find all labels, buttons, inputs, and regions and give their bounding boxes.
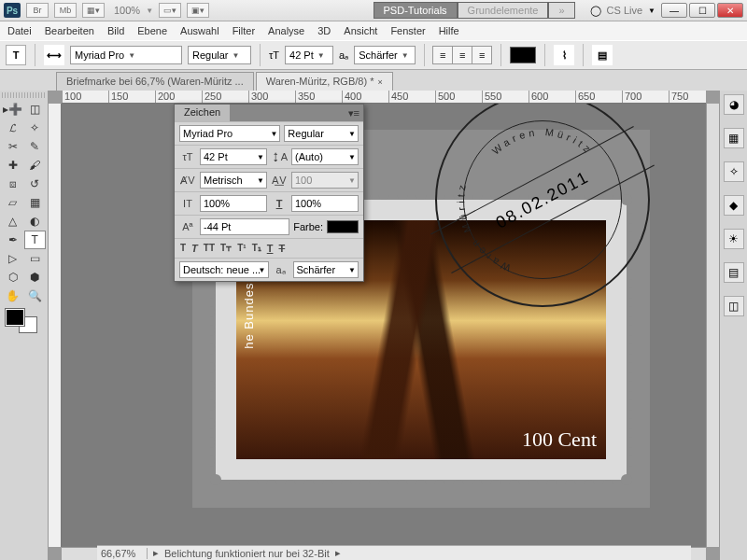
panel-size-field[interactable]: 42 Pt▼ bbox=[200, 148, 267, 165]
blur-tool[interactable]: △ bbox=[2, 212, 24, 231]
window-minimize-button[interactable]: — bbox=[661, 3, 687, 18]
ruler-vertical[interactable] bbox=[49, 104, 62, 547]
workspace-more-icon[interactable]: » bbox=[548, 2, 574, 19]
dodge-tool[interactable]: ◐ bbox=[24, 212, 47, 231]
cs-live-arrow-icon[interactable]: ▼ bbox=[648, 7, 655, 15]
titlebar-zoom[interactable]: 100% bbox=[114, 5, 140, 16]
path-select-tool[interactable]: ▷ bbox=[2, 249, 24, 268]
menu-fenster[interactable]: Fenster bbox=[390, 25, 425, 36]
dock-swatches-icon[interactable]: ▦ bbox=[724, 128, 744, 148]
toolbox-grip-icon[interactable] bbox=[2, 92, 46, 98]
minibridge-button[interactable]: Mb bbox=[54, 3, 77, 18]
panel-title[interactable]: Zeichen bbox=[175, 105, 230, 121]
panel-language-dropdown[interactable]: Deutsch: neue ...▼ bbox=[179, 261, 269, 278]
cs-live-label[interactable]: CS Live bbox=[607, 5, 643, 16]
history-brush-tool[interactable]: ↺ bbox=[24, 175, 47, 193]
type-tool[interactable]: T bbox=[24, 231, 47, 249]
allcaps-button[interactable]: TT bbox=[204, 243, 215, 254]
shape-tool[interactable]: ▭ bbox=[24, 249, 47, 268]
status-arrow2-icon[interactable]: ▸ bbox=[335, 547, 341, 559]
close-tab-icon[interactable]: × bbox=[377, 77, 382, 87]
warp-text-button[interactable]: ⌇ bbox=[554, 45, 574, 65]
strikethrough-button[interactable]: T bbox=[278, 243, 285, 254]
window-close-button[interactable]: ✕ bbox=[717, 3, 743, 18]
screen-mode-button[interactable]: ▣▾ bbox=[187, 3, 209, 18]
panel-menu-icon[interactable]: ▾≡ bbox=[348, 107, 359, 119]
align-right-button[interactable]: ≡ bbox=[472, 46, 492, 64]
font-weight-dropdown[interactable]: Regular▼ bbox=[188, 46, 251, 64]
panel-tab-bar[interactable]: Zeichen ▾≡ bbox=[175, 105, 363, 121]
layout-button[interactable]: ▦▾ bbox=[82, 3, 105, 18]
move-tool[interactable]: ▸➕ bbox=[2, 100, 24, 119]
dock-adjust-icon[interactable]: ☀ bbox=[724, 229, 744, 249]
healing-tool[interactable]: ✚ bbox=[2, 156, 24, 175]
underline-button[interactable]: T bbox=[267, 243, 274, 254]
lasso-tool[interactable]: 𝓛 bbox=[2, 119, 24, 137]
dock-paths-icon[interactable]: ◫ bbox=[724, 296, 744, 316]
eyedropper-tool[interactable]: ✎ bbox=[24, 137, 47, 156]
smallcaps-button[interactable]: Tᴛ bbox=[220, 243, 232, 254]
panel-color-swatch[interactable] bbox=[327, 220, 359, 233]
dock-channels-icon[interactable]: ▤ bbox=[724, 262, 744, 283]
ruler-horizontal[interactable]: 1001502002503003504004505005506006507007… bbox=[62, 91, 706, 104]
crop-tool[interactable]: ✂ bbox=[2, 137, 24, 156]
hand-tool[interactable]: ✋ bbox=[2, 287, 24, 305]
subscript-button[interactable]: T₁ bbox=[252, 243, 261, 254]
workspace-tab-active[interactable]: PSD-Tutorials bbox=[374, 2, 458, 19]
status-arrow-icon[interactable]: ▸ bbox=[153, 547, 159, 559]
color-swatches[interactable] bbox=[6, 309, 43, 337]
faux-italic-button[interactable]: T bbox=[191, 243, 198, 254]
eraser-tool[interactable]: ▱ bbox=[2, 193, 24, 212]
stamp-tool[interactable]: ⧇ bbox=[2, 175, 24, 193]
character-panel-button[interactable]: ▤ bbox=[592, 45, 613, 65]
3d-tool[interactable]: ⬡ bbox=[2, 268, 24, 287]
brush-tool[interactable]: 🖌 bbox=[24, 156, 47, 175]
gradient-tool[interactable]: ▦ bbox=[24, 193, 47, 212]
font-family-dropdown[interactable]: Myriad Pro▼ bbox=[70, 46, 182, 64]
align-center-button[interactable]: ≡ bbox=[452, 46, 472, 64]
menu-3d[interactable]: 3D bbox=[317, 25, 331, 36]
dock-styles-icon[interactable]: ✧ bbox=[724, 161, 744, 182]
pen-tool[interactable]: ✒ bbox=[2, 231, 24, 249]
zoom-arrow-icon[interactable]: ▼ bbox=[146, 7, 153, 15]
status-zoom[interactable]: 66,67% bbox=[101, 548, 148, 559]
panel-vscale-field[interactable]: 100% bbox=[200, 195, 267, 212]
tool-preset-icon[interactable]: T bbox=[6, 45, 26, 65]
menu-hilfe[interactable]: Hilfe bbox=[439, 25, 459, 36]
cs-live-icon[interactable]: ◯ bbox=[590, 5, 601, 17]
menu-bild[interactable]: Bild bbox=[107, 25, 124, 36]
character-panel[interactable]: Zeichen ▾≡ Myriad Pro▼ Regular▼ τT 42 Pt… bbox=[174, 104, 364, 282]
scrollbar-vertical[interactable] bbox=[706, 104, 719, 547]
text-color-swatch[interactable] bbox=[510, 47, 536, 63]
dock-color-icon[interactable]: ◕ bbox=[724, 94, 744, 115]
dock-layers-icon[interactable]: ◆ bbox=[724, 195, 744, 216]
menu-filter[interactable]: Filter bbox=[233, 25, 255, 36]
magic-wand-tool[interactable]: ✧ bbox=[24, 119, 47, 137]
menu-analyse[interactable]: Analyse bbox=[268, 25, 304, 36]
menu-ansicht[interactable]: Ansicht bbox=[344, 25, 377, 36]
superscript-button[interactable]: T¹ bbox=[237, 243, 246, 254]
antialias-dropdown[interactable]: Schärfer▼ bbox=[354, 46, 416, 64]
document-tab-1[interactable]: Briefmarke bei 66,7% (Waren-Müritz ... bbox=[56, 72, 254, 91]
panel-hscale-field[interactable]: 100% bbox=[291, 195, 359, 212]
view-extras-button[interactable]: ▭▾ bbox=[159, 3, 181, 18]
3d-camera-tool[interactable]: ⬢ bbox=[24, 268, 47, 287]
menu-datei[interactable]: Datei bbox=[7, 25, 32, 36]
workspace-tab-inactive[interactable]: Grundelemente bbox=[458, 2, 549, 19]
panel-leading-field[interactable]: (Auto)▼ bbox=[291, 148, 359, 165]
panel-antialias-dropdown[interactable]: Schärfer▼ bbox=[293, 261, 359, 278]
faux-bold-button[interactable]: T bbox=[180, 243, 186, 254]
window-maximize-button[interactable]: ☐ bbox=[689, 3, 715, 18]
document-tab-2[interactable]: Waren-Müritz, RGB/8) *× bbox=[256, 72, 393, 91]
canvas[interactable]: he Bundespost 100 Cent Waren Müritz Ware… bbox=[62, 104, 706, 547]
panel-kerning-field[interactable]: Metrisch▼ bbox=[200, 172, 267, 189]
marquee-tool[interactable]: ◫ bbox=[24, 100, 47, 119]
panel-font-dropdown[interactable]: Myriad Pro▼ bbox=[179, 125, 280, 142]
menu-bearbeiten[interactable]: Bearbeiten bbox=[45, 25, 94, 36]
text-orientation-button[interactable]: ⟷ bbox=[44, 45, 64, 65]
align-left-button[interactable]: ≡ bbox=[432, 46, 453, 64]
font-size-dropdown[interactable]: 42 Pt▼ bbox=[285, 46, 333, 64]
panel-weight-dropdown[interactable]: Regular▼ bbox=[284, 125, 359, 142]
zoom-tool[interactable]: 🔍 bbox=[24, 287, 47, 305]
panel-baseline-field[interactable]: -44 Pt bbox=[200, 218, 289, 235]
